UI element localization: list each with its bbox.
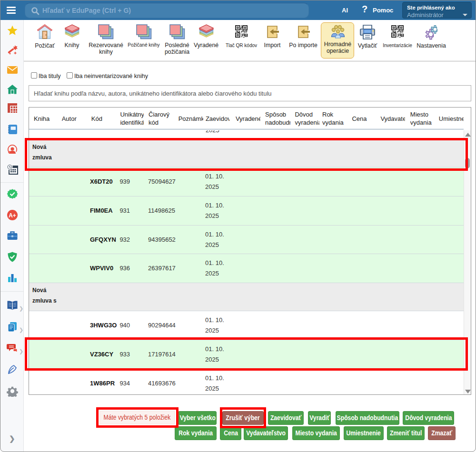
svg-text:A+: A+	[9, 212, 16, 219]
